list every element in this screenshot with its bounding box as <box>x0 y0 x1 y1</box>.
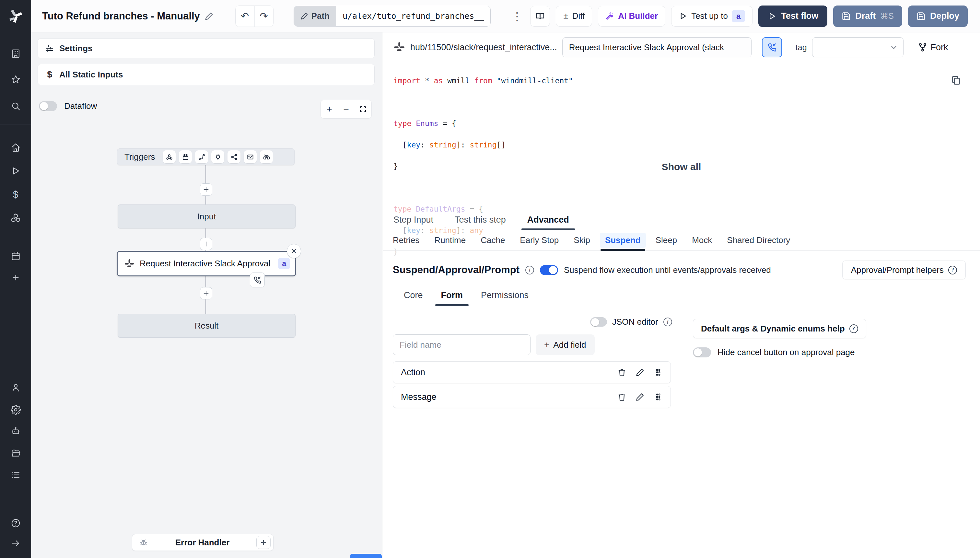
json-editor-toggle[interactable] <box>590 317 607 327</box>
tab-step-input[interactable]: Step Input <box>393 209 434 230</box>
input-node[interactable]: Input <box>118 205 295 228</box>
fork-button[interactable]: Fork <box>918 43 948 53</box>
form-field-row-action[interactable]: Action <box>393 361 671 383</box>
result-node[interactable]: Result <box>118 313 295 338</box>
zoom-in-button[interactable]: + <box>321 100 338 118</box>
sidebar-item-runs[interactable] <box>0 162 31 180</box>
path-value[interactable]: u/alex/tuto_refund_branches__ <box>336 6 491 26</box>
windmill-logo[interactable] <box>0 6 31 26</box>
tab-core[interactable]: Core <box>404 284 423 306</box>
ai-builder-button[interactable]: AI Builder <box>598 6 665 26</box>
redo-button[interactable]: ↷ <box>254 6 273 26</box>
sidebar-item-workers[interactable] <box>0 422 31 440</box>
test-flow-button[interactable]: Test flow <box>758 5 827 27</box>
subtab-shared-directory[interactable]: Shared Directory <box>727 230 790 251</box>
delete-step-button[interactable]: ✕ <box>287 244 301 258</box>
info-icon[interactable]: i <box>663 318 672 326</box>
add-field-button[interactable]: + Add field <box>536 335 595 355</box>
book-open-icon <box>536 11 545 20</box>
path-group[interactable]: Path u/alex/tuto_refund_branches__ <box>294 6 491 26</box>
subtab-mock[interactable]: Mock <box>692 230 712 251</box>
delete-field-button[interactable] <box>617 392 626 402</box>
wand-sparkles-icon <box>606 11 614 20</box>
poll-trigger-button[interactable] <box>260 150 273 163</box>
edit-field-button[interactable] <box>635 392 645 402</box>
edit-pencil-icon[interactable] <box>205 11 213 21</box>
webhook-trigger-button[interactable] <box>163 150 176 163</box>
sidebar-item-variables[interactable]: $ <box>0 185 31 204</box>
flow-settings-button[interactable]: Settings <box>38 38 374 58</box>
deploy-button[interactable]: Deploy <box>908 5 968 27</box>
default-args-help-button[interactable]: Default args & Dynamic enums help ? <box>693 319 866 338</box>
dataflow-toggle[interactable] <box>39 101 57 111</box>
sidebar-item-workspace[interactable] <box>0 44 31 62</box>
tab-form[interactable]: Form <box>441 284 463 306</box>
edit-field-button[interactable] <box>635 368 645 377</box>
add-step-button-top[interactable] <box>200 184 212 196</box>
step-name-input[interactable] <box>562 37 752 57</box>
http-route-trigger-button[interactable] <box>195 150 208 163</box>
diff-button[interactable]: ± Diff <box>556 6 592 26</box>
subtab-runtime[interactable]: Runtime <box>434 230 466 251</box>
docs-button[interactable] <box>530 6 550 26</box>
delete-field-button[interactable] <box>617 368 626 377</box>
form-field-row-message[interactable]: Message <box>393 386 671 408</box>
schedule-trigger-button[interactable] <box>179 150 192 163</box>
sidebar-item-search[interactable] <box>0 97 31 115</box>
error-handler-node[interactable]: Error Handler <box>132 534 274 551</box>
sidebar-item-home[interactable] <box>0 138 31 156</box>
sidebar-item-users[interactable] <box>0 379 31 397</box>
hide-cancel-toggle[interactable] <box>693 347 711 358</box>
drag-handle[interactable] <box>654 368 663 377</box>
plus-icon <box>260 539 267 546</box>
fit-view-button[interactable] <box>355 100 371 118</box>
field-name-input[interactable] <box>393 335 530 355</box>
tab-advanced[interactable]: Advanced <box>527 209 570 230</box>
sidebar-item-expand[interactable] <box>0 534 31 552</box>
sidebar-item-logs[interactable] <box>0 466 31 484</box>
tag-select[interactable] <box>812 37 903 57</box>
all-static-inputs-button[interactable]: $ All Static Inputs <box>38 64 374 85</box>
subtab-suspend[interactable]: Suspend <box>605 230 641 251</box>
websocket-trigger-button[interactable] <box>211 150 224 163</box>
hub-script-path[interactable]: hub/11500/slack/request_interactive... <box>410 43 557 53</box>
draft-button[interactable]: Draft ⌘S <box>833 5 902 27</box>
sidebar-item-settings[interactable] <box>0 400 31 419</box>
zoom-out-button[interactable]: − <box>338 100 355 118</box>
email-trigger-button[interactable] <box>244 150 257 163</box>
suspend-enable-toggle[interactable] <box>540 265 558 275</box>
tab-test-this-step[interactable]: Test this step <box>454 209 507 230</box>
subtab-sleep[interactable]: Sleep <box>656 230 677 251</box>
sidebar-item-schedules[interactable] <box>0 247 31 265</box>
subtab-retries[interactable]: Retries <box>393 230 419 251</box>
add-error-handler-button[interactable] <box>256 536 271 549</box>
kafka-trigger-button[interactable] <box>228 150 240 163</box>
more-menu-button[interactable]: ⋮ <box>509 10 524 23</box>
test-up-to-button[interactable]: Test up to a <box>671 6 752 26</box>
undo-button[interactable]: ↶ <box>236 6 254 26</box>
add-step-button-middle[interactable] <box>200 238 212 250</box>
subtab-early-stop[interactable]: Early Stop <box>520 230 559 251</box>
show-all-button[interactable]: Show all <box>383 161 980 172</box>
sidebar-item-favorites[interactable] <box>0 70 31 89</box>
slack-approval-step-node[interactable]: Request Interactive Slack Approval (... … <box>117 251 296 276</box>
sidebar-item-folders[interactable] <box>0 444 31 462</box>
suspend-toggle-button[interactable] <box>762 37 782 57</box>
sidebar-item-help[interactable] <box>0 514 31 532</box>
approval-prompt-helpers-button[interactable]: Approval/Prompt helpers ? <box>842 261 966 279</box>
graph-scrollbar-thumb[interactable] <box>350 554 382 558</box>
sidebar-item-add[interactable] <box>0 268 31 286</box>
graph-zoom-controls: + − <box>320 100 372 118</box>
sidebar-item-resources[interactable] <box>0 209 31 227</box>
add-step-button-bottom[interactable] <box>200 287 212 299</box>
subtab-cache[interactable]: Cache <box>481 230 505 251</box>
info-icon[interactable]: i <box>525 266 534 274</box>
copy-code-button[interactable] <box>951 75 961 87</box>
route-icon <box>198 153 205 161</box>
triggers-node[interactable]: Triggers <box>117 148 295 165</box>
drag-handle[interactable] <box>654 392 663 402</box>
tab-permissions[interactable]: Permissions <box>481 284 529 306</box>
calendar-icon <box>11 251 21 261</box>
subtab-skip[interactable]: Skip <box>574 230 590 251</box>
help-circle-icon <box>11 518 21 528</box>
